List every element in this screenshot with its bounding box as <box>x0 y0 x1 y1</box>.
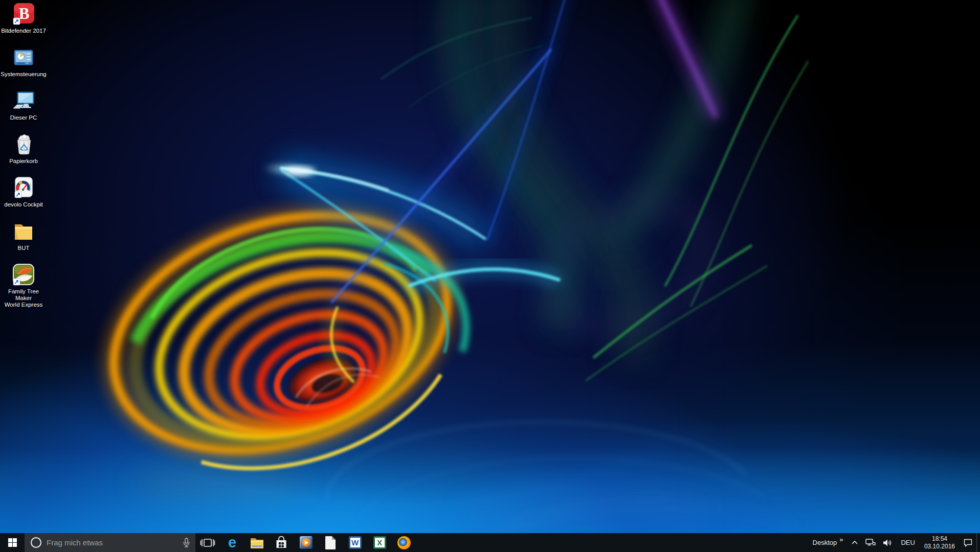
search-input[interactable] <box>47 538 183 547</box>
shortcut-arrow-overlay <box>13 279 20 285</box>
recycle-bin-icon <box>11 132 36 157</box>
microphone-icon[interactable] <box>183 538 190 548</box>
file-explorer-button[interactable] <box>244 533 269 552</box>
desktop-icon-but-folder[interactable]: BUT <box>0 219 47 251</box>
edge-icon: e <box>228 535 236 550</box>
desktop-icon-bitdefender[interactable]: B Bitdefender 2017 <box>0 2 47 34</box>
hidden-icons-button[interactable] <box>848 533 862 552</box>
rainbow-vortex <box>83 172 494 511</box>
edge-browser-button[interactable]: e <box>220 533 244 552</box>
media-player-icon <box>300 536 313 549</box>
firefox-button[interactable] <box>392 533 416 552</box>
word-button[interactable]: W <box>343 533 367 552</box>
action-center-button[interactable] <box>960 533 976 552</box>
clock-date: 03.10.2016 <box>924 543 955 550</box>
chevron-up-icon <box>851 540 858 545</box>
toolbar-expand-icon[interactable]: » <box>839 536 842 543</box>
control-panel-icon <box>11 45 36 70</box>
windows-store-button[interactable] <box>269 533 294 552</box>
folder-icon <box>11 219 36 244</box>
action-center-icon <box>963 538 973 547</box>
start-button[interactable] <box>0 533 25 552</box>
wallpaper-fractal-art <box>0 0 980 533</box>
desktop-icon-label: devolo Cockpit <box>4 201 42 208</box>
this-pc-icon <box>11 89 36 113</box>
desktop-icon-label: Bitdefender 2017 <box>1 28 46 34</box>
windows-logo-icon <box>8 538 17 547</box>
desktop-icon-control-panel[interactable]: Systemsteuerung <box>0 45 47 78</box>
play-icon <box>302 538 310 547</box>
desktop-icon-label: Family Tree Maker World Express <box>1 288 47 308</box>
bitdefender-icon: B <box>11 2 36 27</box>
system-tray: Desktop » <box>808 533 980 552</box>
taskbar: e <box>0 533 980 552</box>
network-icon <box>865 538 876 547</box>
desktop-icon-this-pc[interactable]: Dieser PC <box>0 89 47 121</box>
excel-button[interactable]: X <box>367 533 392 552</box>
desktop-screen: B Bitdefender 2017 Systemste <box>0 0 980 552</box>
volume-button[interactable] <box>879 533 896 552</box>
search-box[interactable] <box>25 533 195 552</box>
excel-icon: X <box>373 536 386 549</box>
desktop-icon-family-tree-maker[interactable]: Family Tree Maker World Express <box>0 263 47 308</box>
desktop-icon-devolo-cockpit[interactable]: devolo devolo Cockpit <box>0 176 47 208</box>
wallpaper <box>0 0 980 533</box>
desktop-icon-label: Systemsteuerung <box>1 71 47 78</box>
desktop-icon-recycle-bin[interactable]: Papierkorb <box>0 132 47 165</box>
network-button[interactable] <box>862 533 879 552</box>
cortana-icon <box>31 537 41 548</box>
desktop-icon-label: Dieser PC <box>10 114 37 121</box>
word-icon: W <box>349 536 362 549</box>
file-explorer-icon <box>250 537 264 549</box>
family-tree-maker-icon <box>11 263 36 287</box>
label-line-1: Family Tree Maker <box>8 288 39 301</box>
task-view-icon <box>200 537 215 548</box>
shortcut-arrow-overlay <box>13 18 20 25</box>
task-view-button[interactable] <box>195 533 220 552</box>
volume-icon <box>883 539 893 547</box>
libreoffice-document-icon <box>325 536 336 549</box>
show-desktop-button[interactable] <box>976 533 980 552</box>
shortcut-arrow-overlay <box>15 191 21 198</box>
firefox-icon <box>397 536 411 549</box>
clock-time: 18:54 <box>932 535 947 543</box>
media-player-button[interactable] <box>294 533 318 552</box>
language-indicator[interactable]: DEU <box>896 533 919 552</box>
desktop-toolbar[interactable]: Desktop » <box>808 533 848 552</box>
svg-text:devolo: devolo <box>28 183 31 191</box>
desktop-icon-label: Papierkorb <box>9 158 38 165</box>
svg-text:B: B <box>19 5 30 22</box>
desktop-icon-label: BUT <box>18 245 30 251</box>
desktop-toolbar-label: Desktop <box>813 539 837 546</box>
devolo-cockpit-icon: devolo <box>11 176 36 200</box>
windows-store-icon <box>275 536 288 549</box>
libreoffice-button[interactable] <box>318 533 343 552</box>
clock[interactable]: 18:54 03.10.2016 <box>920 533 960 552</box>
label-line-2: World Express <box>5 302 43 308</box>
taskbar-empty-area <box>416 533 808 552</box>
